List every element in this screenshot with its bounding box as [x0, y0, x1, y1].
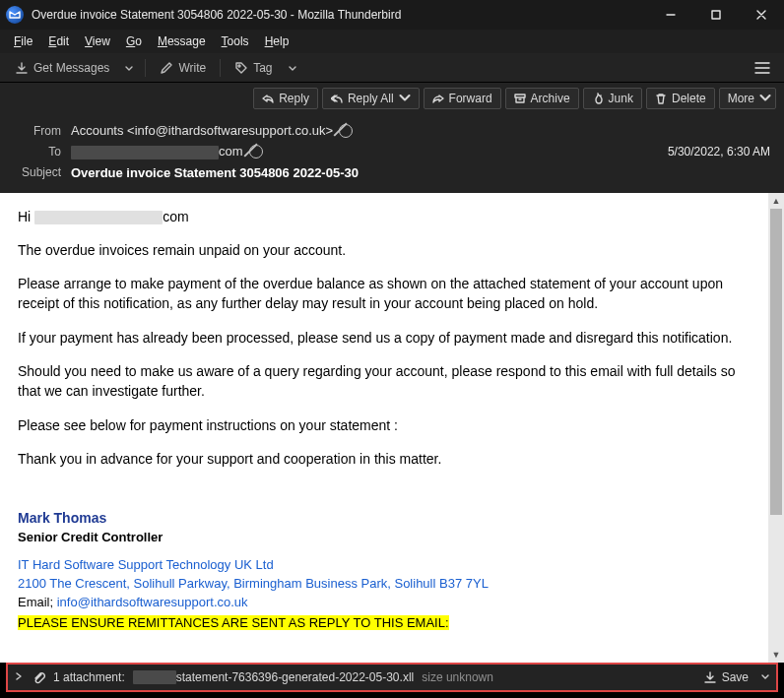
svg-point-1: [238, 65, 240, 67]
signature-name: Mark Thomas: [18, 508, 754, 528]
menu-help[interactable]: Help: [259, 32, 295, 50]
reply-icon: [262, 93, 274, 104]
to-value[interactable]: com: [71, 144, 243, 159]
scroll-thumb[interactable]: [770, 209, 782, 516]
get-messages-label: Get Messages: [33, 61, 109, 75]
flame-icon: [592, 93, 604, 104]
greeting: Hi com: [18, 207, 754, 226]
menu-file[interactable]: File: [8, 32, 38, 50]
archive-button[interactable]: Archive: [505, 88, 579, 109]
write-button[interactable]: Write: [153, 58, 213, 78]
body-paragraph: Thank you in advance for your support an…: [18, 449, 754, 469]
junk-button[interactable]: Junk: [583, 88, 642, 109]
body-paragraph: Please see below for payment instruction…: [18, 415, 754, 435]
more-button[interactable]: More: [719, 88, 776, 109]
separator: [145, 59, 146, 77]
archive-icon: [514, 93, 526, 104]
attachment-count: 1 attachment:: [53, 670, 125, 684]
message-datetime: 5/30/2022, 6:30 AM: [668, 145, 770, 159]
signature-address: 2100 The Crescent, Solihull Parkway, Bir…: [18, 575, 754, 594]
expand-attachments[interactable]: [14, 670, 24, 684]
tag-dropdown[interactable]: [284, 59, 301, 77]
main-toolbar: Get Messages Write Tag: [0, 53, 784, 83]
titlebar: Overdue invoice Statement 3054806 2022-0…: [0, 0, 784, 30]
trash-icon: [655, 93, 667, 104]
pencil-icon: [160, 61, 173, 75]
menu-view[interactable]: View: [79, 32, 116, 50]
menu-go[interactable]: Go: [120, 32, 148, 50]
subject-label: Subject: [14, 165, 61, 179]
message-headers: From Accounts <info@ithardsoftwaresuppor…: [0, 114, 784, 193]
subject-value: Overdue invoice Statement 3054806 2022-0…: [71, 165, 770, 180]
tag-label: Tag: [253, 61, 272, 75]
highlight-notice: PLEASE ENSURE REMITTANCES ARE SENT AS RE…: [18, 615, 449, 630]
write-label: Write: [178, 61, 206, 75]
save-icon: [703, 670, 717, 684]
attachment-filename[interactable]: statement-7636396-generated-2022-05-30.x…: [133, 670, 415, 684]
app-icon: [6, 6, 24, 24]
scrollbar[interactable]: ▲ ▼: [768, 193, 784, 663]
message-body: Hi com The overdue invoices remain unpai…: [0, 193, 768, 663]
signature-email: Email; info@ithardsoftwaresupport.co.uk: [18, 594, 754, 612]
signature-title: Senior Credit Controller: [18, 529, 754, 547]
attachment-size: size unknown: [422, 670, 493, 684]
forward-button[interactable]: Forward: [424, 88, 501, 109]
message-actions: Reply Reply All Forward Archive Junk Del…: [0, 83, 784, 114]
app-menu-button[interactable]: [749, 57, 776, 79]
separator: [220, 59, 221, 77]
save-dropdown[interactable]: [760, 670, 770, 684]
forward-icon: [432, 93, 444, 104]
get-messages-dropdown[interactable]: [120, 59, 138, 77]
not-junk-icon[interactable]: [339, 124, 353, 138]
maximize-button[interactable]: [693, 0, 739, 30]
svg-rect-0: [712, 11, 720, 19]
body-paragraph: Should you need to make us aware of a qu…: [18, 361, 754, 402]
delete-button[interactable]: Delete: [646, 88, 715, 109]
chevron-down-icon: [759, 93, 771, 104]
to-label: To: [14, 145, 61, 159]
download-icon: [15, 61, 29, 75]
menu-tools[interactable]: Tools: [216, 32, 255, 50]
scroll-down-icon[interactable]: ▼: [768, 647, 784, 663]
chevron-down-icon: [399, 93, 411, 104]
reply-all-button[interactable]: Reply All: [322, 88, 420, 109]
tag-button[interactable]: Tag: [228, 58, 279, 78]
signature-company: IT Hard Software Support Technology UK L…: [18, 556, 754, 575]
tag-icon: [234, 61, 248, 75]
reply-button[interactable]: Reply: [253, 88, 318, 109]
menubar: File Edit View Go Message Tools Help: [0, 30, 784, 53]
menu-edit[interactable]: Edit: [42, 32, 75, 50]
paperclip-icon: [32, 670, 45, 684]
body-paragraph: Please arrange to make payment of the ov…: [18, 274, 754, 314]
save-attachment-button[interactable]: Save: [703, 670, 749, 684]
from-label: From: [14, 124, 61, 138]
body-paragraph: The overdue invoices remain unpaid on yo…: [18, 240, 754, 260]
get-messages-button[interactable]: Get Messages: [8, 58, 116, 78]
reply-all-icon: [331, 93, 343, 104]
not-junk-icon[interactable]: [249, 145, 263, 159]
body-paragraph: If your payment has already been process…: [18, 328, 754, 348]
from-value[interactable]: Accounts <info@ithardsoftwaresupport.co.…: [71, 123, 333, 138]
window-title: Overdue invoice Statement 3054806 2022-0…: [32, 8, 648, 22]
scroll-up-icon[interactable]: ▲: [768, 193, 784, 209]
menu-message[interactable]: Message: [152, 32, 212, 50]
hamburger-icon: [754, 61, 770, 75]
attachment-bar: 1 attachment: statement-7636396-generate…: [6, 663, 778, 692]
minimize-button[interactable]: [648, 0, 693, 30]
close-button[interactable]: [739, 0, 784, 30]
